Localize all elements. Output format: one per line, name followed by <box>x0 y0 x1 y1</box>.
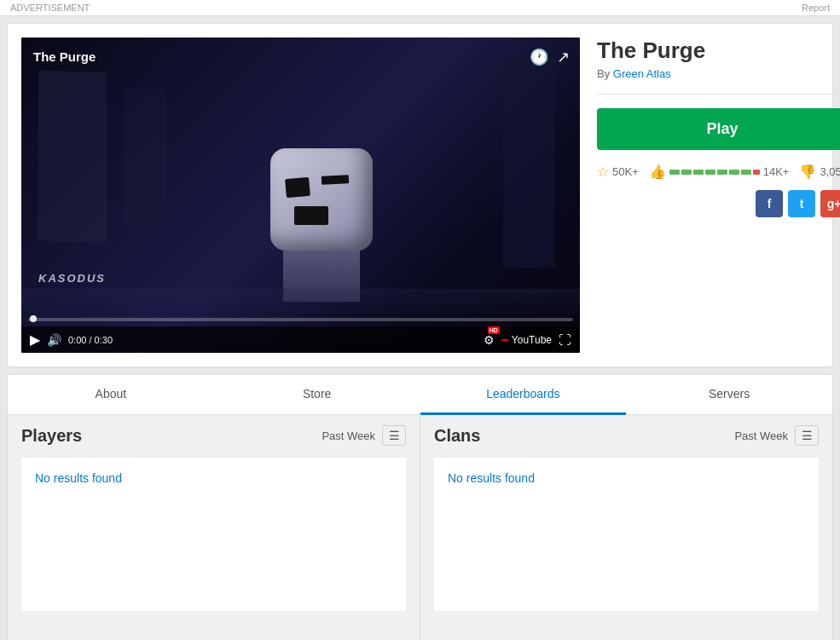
likes-count: 14K+ <box>763 165 790 178</box>
char-mouth <box>294 206 328 225</box>
youtube-logo[interactable]: YouTube <box>501 334 552 346</box>
clans-list: No results found <box>434 458 819 611</box>
like-seg-3 <box>693 170 704 175</box>
video-controls-bar: ▶ 🔊 0:00 / 0:30 ⚙ HD YouTube ⛶ <box>21 326 580 353</box>
tab-leaderboards[interactable]: Leaderboards <box>420 375 627 415</box>
favorites-stat: ☆ 50K+ <box>597 164 639 180</box>
players-filter: Past Week ☰ <box>322 425 406 446</box>
advertisement-label: ADVERTISEMENT <box>10 3 90 13</box>
twitter-icon: t <box>800 197 804 210</box>
video-seekbar-area[interactable] <box>21 317 580 322</box>
author-link[interactable]: Green Atlas <box>613 67 671 80</box>
clans-filter-icon[interactable]: ☰ <box>795 425 819 446</box>
twitter-button[interactable]: t <box>788 190 815 217</box>
video-top-controls: 🕐 ↗ <box>530 48 570 66</box>
clock-icon[interactable]: 🕐 <box>530 48 548 66</box>
video-title-overlay: The Purge <box>33 49 96 64</box>
char-eye-right <box>321 175 348 185</box>
social-icons: f t g+ <box>597 190 840 217</box>
play-button[interactable]: Play <box>597 108 840 150</box>
character-head <box>270 148 373 251</box>
players-filter-icon[interactable]: ☰ <box>382 425 406 446</box>
clans-filter: Past Week ☰ <box>734 425 819 446</box>
like-seg-neg <box>753 170 760 175</box>
clans-header: Clans Past Week ☰ <box>434 425 819 446</box>
clans-panel: Clans Past Week ☰ No results found <box>420 415 832 640</box>
main-content-card: The Purge 🕐 ↗ KASODUS ▶ 🔊 0 <box>7 23 833 367</box>
like-seg-4 <box>705 170 715 175</box>
facebook-icon: f <box>768 197 772 210</box>
dislikes-stat: 👎 3,051 <box>799 164 840 180</box>
fullscreen-button[interactable]: ⛶ <box>559 332 571 347</box>
video-watermark: KASODUS <box>38 272 106 285</box>
tab-store[interactable]: Store <box>214 375 420 415</box>
clans-title: Clans <box>434 426 480 446</box>
game-title: The Purge <box>597 37 840 64</box>
video-background <box>21 37 580 353</box>
players-title: Players <box>21 426 82 446</box>
yt-icon <box>501 339 508 341</box>
facebook-button[interactable]: f <box>756 190 783 217</box>
top-bar: ADVERTISEMENT Report <box>0 0 840 16</box>
report-link[interactable]: Report <box>802 3 830 13</box>
video-player[interactable]: The Purge 🕐 ↗ KASODUS ▶ 🔊 0 <box>21 37 580 353</box>
game-author: By Green Atlas <box>597 67 840 80</box>
share-icon[interactable]: ↗ <box>557 48 570 66</box>
tab-about[interactable]: About <box>8 375 214 415</box>
tabs-header: About Store Leaderboards Servers <box>8 375 832 415</box>
dislikes-count: 3,051 <box>820 165 840 178</box>
video-section: The Purge 🕐 ↗ KASODUS ▶ 🔊 0 <box>21 37 580 353</box>
stats-row: ☆ 50K+ 👍 14K+ 👎 <box>597 164 840 180</box>
leaderboard-content: Players Past Week ☰ No results found Cla… <box>8 415 832 640</box>
googleplus-button[interactable]: g+ <box>820 190 840 217</box>
divider-1 <box>597 94 840 95</box>
game-info-panel: The Purge By Green Atlas Play ☆ 50K+ 👍 <box>597 37 840 353</box>
thumbdown-icon: 👎 <box>799 164 816 180</box>
like-seg-2 <box>681 170 692 175</box>
clans-no-results: No results found <box>448 464 535 492</box>
players-panel: Players Past Week ☰ No results found <box>8 415 420 640</box>
character-figure <box>270 148 373 302</box>
likes-stat: 👍 14K+ <box>649 164 790 180</box>
time-display: 0:00 / 0:30 <box>68 335 113 345</box>
players-no-results: No results found <box>35 464 122 492</box>
favorites-count: 50K+ <box>612 165 639 178</box>
like-bar <box>669 170 760 175</box>
players-header: Players Past Week ☰ <box>21 425 406 446</box>
settings-button[interactable]: ⚙ HD <box>484 333 495 347</box>
like-seg-1 <box>669 170 680 175</box>
like-seg-7 <box>741 170 751 175</box>
thumbup-icon: 👍 <box>649 164 666 180</box>
like-seg-6 <box>729 170 739 175</box>
char-eye-left <box>285 177 310 198</box>
googleplus-icon: g+ <box>827 197 840 210</box>
play-pause-button[interactable]: ▶ <box>30 332 40 348</box>
players-filter-label: Past Week <box>322 430 375 442</box>
players-list: No results found <box>21 458 406 611</box>
settings-badge: HD <box>488 326 500 334</box>
tab-servers[interactable]: Servers <box>626 375 832 415</box>
star-icon: ☆ <box>597 164 609 180</box>
volume-button[interactable]: 🔊 <box>47 333 61 347</box>
like-seg-5 <box>717 170 727 175</box>
clans-filter-label: Past Week <box>734 430 788 442</box>
tabs-section: About Store Leaderboards Servers Players… <box>7 374 833 640</box>
